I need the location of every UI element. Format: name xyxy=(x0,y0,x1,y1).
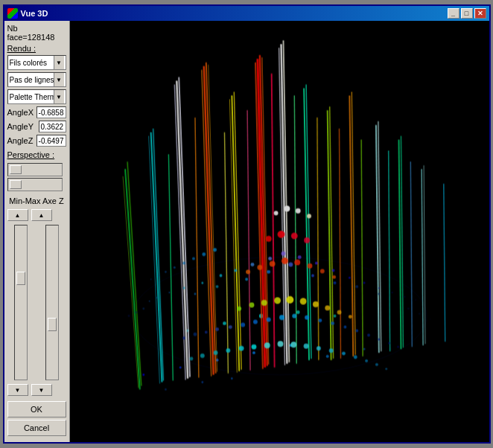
svg-point-10 xyxy=(363,348,365,351)
minimize-button[interactable]: _ xyxy=(448,8,459,19)
min-vert-slider[interactable] xyxy=(14,225,28,380)
anglez-label: AngleZ xyxy=(7,136,35,145)
svg-point-113 xyxy=(213,351,217,355)
svg-point-69 xyxy=(215,285,218,288)
svg-point-139 xyxy=(257,265,262,270)
svg-point-164 xyxy=(142,307,144,310)
svg-point-116 xyxy=(251,345,256,350)
svg-point-87 xyxy=(363,282,365,284)
svg-point-168 xyxy=(439,322,440,324)
svg-point-128 xyxy=(237,307,241,311)
dropdown-pas-de-lignes[interactable]: Pas de lignes ▼ xyxy=(7,72,66,87)
anglez-value[interactable]: -0.6497 xyxy=(36,135,66,147)
point-cloud-visualization xyxy=(70,21,489,442)
svg-point-72 xyxy=(378,292,380,295)
svg-point-111 xyxy=(189,356,193,360)
svg-point-165 xyxy=(407,307,409,310)
max-vert-slider[interactable] xyxy=(45,225,59,380)
svg-point-65 xyxy=(267,270,270,274)
svg-point-106 xyxy=(355,329,358,332)
angley-value[interactable]: 0.3622 xyxy=(39,121,66,132)
svg-point-126 xyxy=(375,363,378,366)
svg-point-115 xyxy=(238,346,244,351)
perspective-sliders xyxy=(7,163,66,191)
app-icon xyxy=(7,8,18,19)
max-up-button[interactable]: ▲ xyxy=(31,209,52,221)
svg-point-143 xyxy=(307,263,312,269)
svg-point-104 xyxy=(331,321,334,325)
perspective-slider-2[interactable] xyxy=(7,178,63,191)
svg-point-156 xyxy=(164,271,166,273)
svg-point-146 xyxy=(265,236,271,242)
dropdown-fils-colores[interactable]: Fils colorés ▼ xyxy=(7,55,66,70)
svg-point-13 xyxy=(222,321,226,325)
svg-point-166 xyxy=(418,313,420,315)
svg-point-105 xyxy=(343,325,346,328)
svg-point-80 xyxy=(250,263,254,266)
window-controls: _ □ ✕ xyxy=(448,8,486,19)
svg-point-81 xyxy=(268,257,272,260)
title-bar: Vue 3D _ □ ✕ xyxy=(4,6,489,21)
svg-point-83 xyxy=(297,255,301,259)
svg-point-98 xyxy=(252,320,257,324)
svg-point-3 xyxy=(179,366,181,368)
render-area[interactable] xyxy=(70,21,489,442)
min-slider-container xyxy=(7,225,35,380)
anglez-row: AngleZ -0.6497 xyxy=(7,135,66,147)
min-up-button[interactable]: ▲ xyxy=(7,209,28,221)
svg-point-144 xyxy=(319,269,324,273)
svg-point-167 xyxy=(429,319,430,320)
svg-point-96 xyxy=(228,325,232,329)
svg-point-94 xyxy=(204,330,207,333)
svg-point-138 xyxy=(246,269,250,274)
svg-point-114 xyxy=(226,348,230,353)
svg-point-142 xyxy=(294,260,300,266)
svg-point-102 xyxy=(305,316,309,320)
dropdown-palette[interactable]: Palette Thermique ▼ xyxy=(7,89,66,104)
svg-point-85 xyxy=(331,269,334,272)
svg-point-163 xyxy=(135,311,137,313)
min-max-up-arrows: ▲ ▲ xyxy=(7,209,66,221)
svg-point-76 xyxy=(182,287,185,289)
svg-point-84 xyxy=(314,261,317,264)
svg-point-103 xyxy=(318,319,322,322)
svg-point-110 xyxy=(397,346,399,348)
svg-point-153 xyxy=(307,214,311,218)
svg-point-16 xyxy=(333,315,336,318)
svg-point-78 xyxy=(219,274,222,277)
svg-point-95 xyxy=(215,327,219,331)
anglex-row: AngleX -0.6858 xyxy=(7,106,66,118)
cancel-button[interactable]: Cancel xyxy=(7,420,66,436)
svg-point-93 xyxy=(193,333,197,336)
svg-point-11 xyxy=(164,388,166,391)
maximize-button[interactable]: □ xyxy=(461,8,473,19)
svg-point-109 xyxy=(388,342,390,345)
min-down-button[interactable]: ▼ xyxy=(7,384,28,396)
svg-point-141 xyxy=(281,257,287,264)
svg-point-108 xyxy=(378,339,380,341)
svg-point-101 xyxy=(292,314,296,319)
anglex-value[interactable]: -0.6858 xyxy=(36,106,66,118)
bottom-buttons: OK Cancel xyxy=(7,401,66,439)
left-panel: Nb face=128148 Rendu : Fils colorés ▼ Pa… xyxy=(4,21,70,442)
svg-point-161 xyxy=(213,248,217,252)
close-button[interactable]: ✕ xyxy=(474,8,486,19)
svg-point-137 xyxy=(348,315,352,319)
dropdown1-text: Fils colorés xyxy=(10,59,54,67)
svg-point-121 xyxy=(316,346,320,351)
svg-point-2 xyxy=(142,374,144,376)
svg-point-71 xyxy=(355,285,358,288)
max-down-button[interactable]: ▼ xyxy=(31,384,52,396)
ok-button[interactable]: OK xyxy=(7,401,66,417)
svg-point-97 xyxy=(241,322,245,327)
svg-point-134 xyxy=(312,301,318,307)
perspective-slider-1[interactable] xyxy=(7,163,63,176)
vertical-sliders xyxy=(7,225,66,380)
svg-point-155 xyxy=(157,275,159,276)
svg-point-136 xyxy=(337,310,341,315)
svg-point-119 xyxy=(290,342,296,348)
svg-point-147 xyxy=(277,231,284,238)
svg-point-131 xyxy=(274,297,281,304)
svg-point-66 xyxy=(288,262,293,266)
angley-label: AngleY xyxy=(7,122,37,131)
